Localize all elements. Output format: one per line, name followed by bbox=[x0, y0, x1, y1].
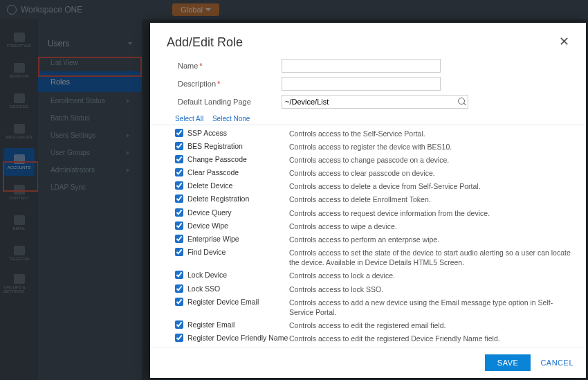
description-input[interactable] bbox=[282, 77, 441, 91]
subnav-item-administrators[interactable]: Administrators bbox=[38, 161, 142, 179]
permission-checkbox[interactable] bbox=[175, 194, 183, 203]
permission-checkbox[interactable] bbox=[175, 320, 183, 329]
permission-checkbox[interactable] bbox=[175, 235, 183, 243]
subnav-item-users-settings[interactable]: Users Settings bbox=[38, 127, 142, 144]
rail-label: ACCOUNTS bbox=[8, 165, 31, 170]
chevron-down-icon bbox=[205, 8, 211, 11]
permission-name: Register Device Friendly Name bbox=[187, 334, 288, 342]
permission-checkbox[interactable] bbox=[175, 168, 183, 177]
permission-name: Find Device bbox=[187, 248, 226, 256]
landing-input[interactable] bbox=[282, 95, 468, 109]
rail-label: MONITOR bbox=[9, 74, 28, 78]
permission-row: Register EmailControls access to edit th… bbox=[175, 319, 572, 332]
subnav-header[interactable]: Users bbox=[38, 33, 142, 54]
subnav-item-enrollment-status[interactable]: Enrollment Status bbox=[38, 92, 142, 109]
rail-item-accounts[interactable]: ACCOUNTS bbox=[3, 148, 35, 176]
permission-name: Change Passcode bbox=[187, 155, 247, 163]
permission-checkbox[interactable] bbox=[175, 221, 183, 230]
permission-desc: Controls access to delete a device from … bbox=[289, 181, 572, 191]
permission-row: Find DeviceControls access to set the st… bbox=[175, 246, 572, 269]
permission-row: Register Device Friendly NameControls ac… bbox=[175, 332, 572, 345]
permission-checkbox[interactable] bbox=[175, 334, 183, 342]
select-none-link[interactable]: Select None bbox=[212, 115, 250, 123]
name-label: Name* bbox=[178, 62, 282, 70]
nav-icon bbox=[14, 93, 25, 103]
permission-name: Register Email bbox=[187, 320, 235, 329]
close-button[interactable]: ✕ bbox=[559, 35, 569, 48]
permission-checkbox[interactable] bbox=[175, 298, 183, 306]
permission-desc: Controls access to set the state of the … bbox=[289, 248, 572, 267]
permission-desc: Controls access to request device inform… bbox=[289, 208, 572, 218]
global-selector[interactable]: Global bbox=[172, 3, 219, 16]
subnav: Users List ViewRolesEnrollment StatusBat… bbox=[38, 19, 142, 380]
rail-item-groups-settings[interactable]: GROUPS & SETTINGS bbox=[3, 270, 35, 298]
rail-item-content[interactable]: CONTENT bbox=[3, 179, 35, 206]
subnav-item-roles[interactable]: Roles bbox=[38, 71, 142, 92]
rail-item-telecom[interactable]: TELECOM bbox=[3, 239, 35, 267]
top-bar: Workspace ONE Global bbox=[0, 0, 588, 19]
chevron-right-icon bbox=[127, 99, 129, 103]
permission-row: Enterprise WipeControls access to perfor… bbox=[175, 233, 572, 246]
permission-row: Device WipeControls access to wipe a dev… bbox=[175, 219, 572, 233]
chevron-right-icon bbox=[127, 151, 129, 155]
subnav-label: Administrators bbox=[50, 166, 95, 174]
search-icon[interactable] bbox=[458, 98, 465, 105]
subnav-label: Users Settings bbox=[50, 132, 95, 139]
rail-label: GROUPS & SETTINGS bbox=[3, 285, 35, 293]
subnav-item-ldap-sync[interactable]: LDAP Sync bbox=[38, 179, 142, 196]
rail-item-freestyle[interactable]: FREESTYLE bbox=[3, 26, 35, 54]
save-button[interactable]: SAVE bbox=[485, 354, 531, 371]
brand-label: Workspace ONE bbox=[21, 5, 82, 15]
rail-label: TELECOM bbox=[9, 257, 29, 261]
rail-item-devices[interactable]: DEVICES bbox=[3, 87, 35, 115]
permission-name: Clear Passcode bbox=[187, 168, 239, 177]
subnav-label: List View bbox=[50, 59, 78, 66]
permission-name: Device Wipe bbox=[187, 221, 228, 230]
permission-checkbox[interactable] bbox=[175, 284, 183, 293]
select-all-link[interactable]: Select All bbox=[175, 115, 203, 123]
add-edit-role-modal: Add/Edit Role ✕ Name* Description* Defau… bbox=[150, 23, 586, 378]
permission-name: Register Device Email bbox=[187, 298, 259, 306]
permission-desc: Controls access to the Self-Service Port… bbox=[289, 129, 572, 138]
rail-label: RESOURCES bbox=[6, 135, 32, 139]
description-label: Description* bbox=[178, 80, 282, 88]
permission-desc: Controls access to edit the registered D… bbox=[289, 334, 572, 343]
permission-desc: Controls access to delete Enrollment Tok… bbox=[289, 194, 572, 204]
nav-icon bbox=[14, 215, 25, 225]
permission-row: Clear PasscodeControls access to clear p… bbox=[175, 167, 572, 180]
brand-icon bbox=[7, 5, 17, 15]
name-input[interactable] bbox=[282, 59, 441, 73]
rail-item-resources[interactable]: RESOURCES bbox=[3, 118, 35, 145]
chevron-down-icon bbox=[128, 42, 132, 45]
left-rail: FREESTYLEMONITORDEVICESRESOURCESACCOUNTS… bbox=[0, 19, 38, 380]
permission-checkbox[interactable] bbox=[175, 142, 183, 150]
permission-checkbox[interactable] bbox=[175, 129, 183, 137]
permission-row: Change PasscodeControls access to change… bbox=[175, 153, 572, 166]
nav-icon bbox=[14, 154, 25, 164]
subnav-item-batch-status[interactable]: Batch Status bbox=[38, 109, 142, 127]
brand: Workspace ONE bbox=[7, 5, 82, 15]
permission-checkbox[interactable] bbox=[175, 248, 183, 256]
permission-name: Device Query bbox=[187, 208, 232, 217]
permission-row: Register Device EmailControls access to … bbox=[175, 296, 572, 318]
permission-checkbox[interactable] bbox=[175, 155, 183, 163]
subnav-item-user-groups[interactable]: User Groups bbox=[38, 144, 142, 161]
cancel-button[interactable]: CANCEL bbox=[540, 359, 573, 367]
permission-row: SSP AccessControls access to the Self-Se… bbox=[175, 127, 572, 140]
permission-desc: Controls access to clear passcode on dev… bbox=[289, 168, 572, 178]
chevron-right-icon bbox=[127, 134, 129, 138]
rail-item-monitor[interactable]: MONITOR bbox=[3, 57, 35, 84]
rail-item-email[interactable]: EMAIL bbox=[3, 209, 35, 237]
subnav-label: User Groups bbox=[50, 149, 90, 156]
global-label: Global bbox=[181, 6, 203, 14]
permission-name: Lock Device bbox=[187, 271, 227, 279]
permission-row: Delete RegistrationControls access to de… bbox=[175, 193, 572, 206]
subnav-label: Roles bbox=[50, 78, 70, 86]
nav-icon bbox=[14, 63, 25, 73]
permission-checkbox[interactable] bbox=[175, 271, 183, 279]
nav-icon bbox=[14, 274, 25, 284]
permission-row: Device QueryControls access to request d… bbox=[175, 206, 572, 219]
permission-checkbox[interactable] bbox=[175, 208, 183, 217]
permission-checkbox[interactable] bbox=[175, 181, 183, 190]
subnav-item-list-view[interactable]: List View bbox=[38, 54, 142, 71]
